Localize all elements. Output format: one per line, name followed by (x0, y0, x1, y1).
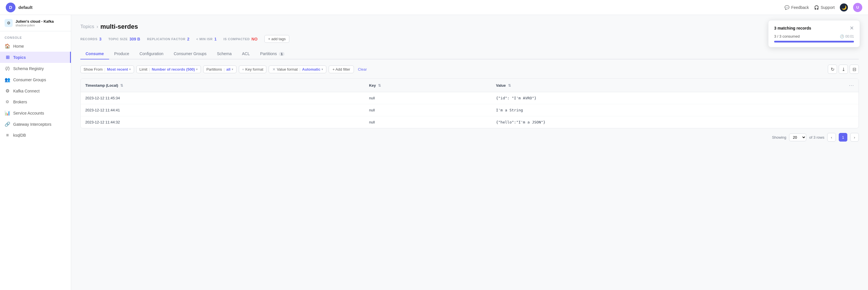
topic-size-label: TOPIC SIZE (108, 37, 128, 41)
sidebar-item-schema-registry[interactable]: ⟨/⟩ Schema Registry (0, 63, 71, 74)
refresh-icon: ↻ (831, 67, 834, 72)
meta-topic-size: TOPIC SIZE 309 B (108, 37, 140, 41)
limit-filter[interactable]: Limit | Number of records (500) ▾ (136, 65, 201, 73)
tab-consumer-groups[interactable]: Consumer Groups (168, 49, 212, 59)
progress-fill (774, 41, 854, 42)
col-key[interactable]: Key ⇅ (365, 79, 491, 92)
add-tags-button[interactable]: + add tags (265, 35, 289, 43)
tab-acl[interactable]: ACL (237, 49, 255, 59)
matching-close-button[interactable]: ✕ (849, 25, 854, 31)
meta-row: RECORDS 3 TOPIC SIZE 309 B REPLICATION F… (81, 35, 859, 43)
consumed-label: 3 / 3 consumed (774, 34, 800, 38)
tab-produce[interactable]: Produce (109, 49, 134, 59)
sidebar-item-consumer-groups[interactable]: 👥 Consumer Groups (0, 74, 71, 85)
tab-partitions[interactable]: Partitions 1 (255, 49, 289, 59)
table-header-row: Timestamp (Local) ⇅ Key ⇅ Value ⇅ ⋯ (81, 79, 859, 92)
table-row[interactable]: 2023-12-12 11:44:32 null {"hello":"I'm a… (81, 116, 859, 128)
refresh-button[interactable]: ↻ (828, 65, 837, 74)
close-icon[interactable]: ✕ (272, 67, 276, 71)
sidebar: ⚙ Julien's cloud - Kafka shadow-julien C… (0, 15, 71, 290)
feedback-label: Feedback (791, 5, 809, 10)
sidebar-item-service-accounts[interactable]: 📊 Service Accounts (0, 107, 71, 119)
user-avatar[interactable]: U (853, 3, 862, 12)
records-table: Timestamp (Local) ⇅ Key ⇅ Value ⇅ ⋯ (81, 79, 859, 128)
table-row[interactable]: 2023-12-12 11:45:34 null {"id": "I'm AVR… (81, 92, 859, 104)
partitions-filter[interactable]: Partitions | all ▾ (203, 65, 237, 73)
more-options-button[interactable]: ⋯ (849, 82, 854, 88)
feedback-icon: 💬 (784, 5, 789, 10)
download-button[interactable]: ⤓ (839, 65, 848, 74)
sidebar-item-label: Kafka Connect (13, 89, 40, 93)
show-from-filter[interactable]: Show From | Most recent ▾ (81, 65, 134, 73)
pagination-row: Showing 20 50 100 of 3 rows ‹ 1 › (81, 133, 859, 142)
layout: ⚙ Julien's cloud - Kafka shadow-julien C… (0, 15, 868, 290)
cluster-selector[interactable]: ⚙ Julien's cloud - Kafka shadow-julien (0, 15, 71, 31)
chevron-down-icon: ▾ (321, 67, 323, 71)
sidebar-item-home[interactable]: 🏠 Home (0, 40, 71, 52)
of-rows-label: of 3 rows (809, 135, 825, 140)
key-format-label: Key format (245, 67, 264, 71)
cell-key: null (365, 116, 491, 128)
brokers-icon: ⛭ (5, 99, 10, 105)
cell-value: {"hello":"I'm a JSON"} (491, 116, 844, 128)
meta-compacted: IS COMPACTED NO (224, 37, 257, 41)
page-size-select[interactable]: 20 50 100 (789, 134, 806, 141)
records-table-container: Timestamp (Local) ⇅ Key ⇅ Value ⇅ ⋯ (81, 78, 859, 128)
tab-configuration[interactable]: Configuration (134, 49, 168, 59)
settings-button[interactable]: ⊟ (849, 65, 859, 74)
time-value: 00:01 (845, 34, 854, 38)
show-from-label: Show From (84, 67, 102, 71)
breadcrumb: Topics › multi-serdes (81, 23, 859, 30)
sort-icon: ⇅ (508, 84, 511, 88)
sort-icon: ⇅ (378, 84, 381, 88)
schema-registry-icon: ⟨/⟩ (5, 66, 10, 71)
tab-schema[interactable]: Schema (212, 49, 237, 59)
compacted-label: IS COMPACTED (224, 37, 250, 41)
table-row[interactable]: 2023-12-12 11:44:41 null I'm a String (81, 104, 859, 116)
plus-icon: + (242, 67, 244, 71)
main-content: Topics › multi-serdes RECORDS 3 TOPIC SI… (71, 15, 868, 290)
consumer-groups-icon: 👥 (5, 77, 10, 82)
page-1-button[interactable]: 1 (839, 133, 847, 142)
theme-toggle[interactable]: 🌙 (840, 3, 848, 11)
sidebar-item-kafka-connect[interactable]: ⚙ Kafka Connect (0, 85, 71, 96)
clock-icon: 🕐 (840, 34, 844, 38)
col-value[interactable]: Value ⇅ (491, 79, 844, 92)
progress-bar (774, 41, 854, 42)
support-button[interactable]: 🎧 Support (814, 5, 835, 10)
tab-consume[interactable]: Consume (81, 49, 109, 59)
prev-page-button[interactable]: ‹ (827, 133, 836, 142)
feedback-button[interactable]: 💬 Feedback (784, 5, 809, 10)
value-format-label: Value format (277, 67, 298, 71)
filter-row: Show From | Most recent ▾ Limit | Number… (81, 65, 859, 74)
show-from-value: Most recent (107, 67, 128, 71)
sidebar-item-label: Home (13, 44, 24, 49)
min-isr-value: 1 (214, 37, 217, 41)
navbar-title: default (19, 5, 32, 10)
sidebar-item-gateway-interceptors[interactable]: 🔗 Gateway Interceptors (0, 119, 71, 130)
breadcrumb-parent[interactable]: Topics (81, 24, 94, 30)
sidebar-item-label: Service Accounts (13, 111, 44, 115)
sidebar-item-brokers[interactable]: ⛭ Brokers (0, 96, 71, 107)
support-label: Support (820, 5, 835, 10)
chevron-down-icon: ▾ (231, 67, 234, 71)
clear-button[interactable]: Clear (356, 66, 369, 73)
cluster-icon: ⚙ (5, 19, 12, 27)
add-filter-button[interactable]: + Add filter (329, 65, 354, 73)
matching-panel: 3 matching records ✕ 3 / 3 consumed 🕐 00… (768, 20, 860, 47)
key-format-filter[interactable]: + Key format (239, 65, 267, 73)
cell-timestamp: 2023-12-12 11:44:32 (81, 116, 365, 128)
partitions-label: Partitions (206, 67, 222, 71)
sidebar-item-topics[interactable]: ⊞ Topics (0, 52, 71, 63)
topic-size-value: 309 B (129, 37, 140, 41)
value-format-value: Automatic (302, 67, 321, 71)
cell-timestamp: 2023-12-12 11:44:41 (81, 104, 365, 116)
cluster-sub: shadow-julien (16, 24, 54, 27)
next-page-button[interactable]: › (850, 133, 859, 142)
replication-label: REPLICATION FACTOR (147, 37, 185, 41)
sidebar-item-ksqldb[interactable]: ≡ ksqlDB (0, 130, 71, 141)
value-format-filter[interactable]: ✕ Value format | Automatic ▾ (269, 65, 327, 73)
col-timestamp[interactable]: Timestamp (Local) ⇅ (81, 79, 365, 92)
navbar-left: D default (6, 3, 32, 12)
meta-min-isr: < MIN ISR 1 (196, 37, 217, 41)
